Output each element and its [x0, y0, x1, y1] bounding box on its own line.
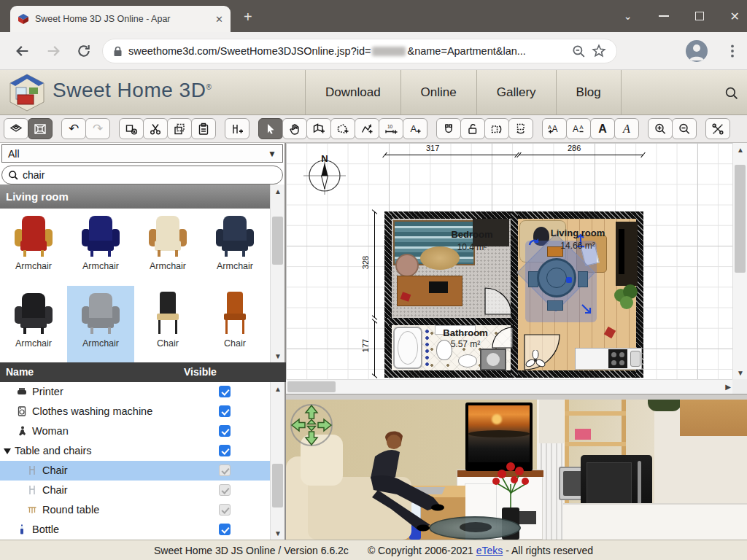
visible-checkbox[interactable]	[219, 504, 231, 516]
cut-button[interactable]	[143, 118, 168, 139]
plan-shower-curtain[interactable]	[424, 328, 431, 368]
visible-checkbox[interactable]	[219, 425, 231, 437]
selection-handle[interactable]	[566, 277, 572, 283]
plan-fan[interactable]	[525, 350, 546, 370]
furniture-list-header[interactable]: Name Visible	[0, 362, 286, 382]
tab-close-icon[interactable]: ✕	[215, 14, 223, 25]
catalog-item-armchair[interactable]: Armchair	[134, 209, 201, 285]
paste-button[interactable]	[191, 118, 216, 139]
scroll-up-icon[interactable]: ▲	[271, 382, 285, 395]
expand-triangle-icon[interactable]	[4, 448, 11, 454]
category-filter-select[interactable]: All ▼	[1, 144, 283, 163]
tab-search-chevron-icon[interactable]: ⌄	[624, 10, 632, 22]
wall[interactable]	[384, 318, 518, 325]
increase-text-size-button[interactable]: AA	[542, 118, 567, 139]
back-icon[interactable]	[15, 43, 31, 59]
catalog-item-armchair[interactable]: Armchair	[0, 286, 67, 362]
window-maximize-button[interactable]	[695, 12, 704, 20]
profile-avatar[interactable]	[686, 40, 708, 62]
scroll-up-icon[interactable]: ▲	[733, 143, 747, 156]
sweethome3d-logo[interactable]	[7, 73, 47, 112]
column-name[interactable]: Name	[6, 366, 34, 378]
plan-bathtub[interactable]	[393, 327, 422, 369]
catalog-item-armchair[interactable]: Armchair	[67, 209, 134, 285]
visible-checkbox[interactable]	[219, 464, 231, 476]
plan-hscroll-thumb[interactable]	[287, 381, 336, 392]
dimension-line[interactable]	[384, 155, 517, 155]
copy-button[interactable]	[167, 118, 192, 139]
add-furniture-button[interactable]	[225, 118, 249, 139]
nav-item-online[interactable]: Online	[401, 70, 477, 114]
add-text-button[interactable]: A	[403, 118, 427, 139]
dimension-line[interactable]	[519, 155, 643, 155]
browser-menu-icon[interactable]	[725, 44, 740, 58]
room-area-bathroom[interactable]: 5.57 m²	[433, 339, 498, 349]
redo-button[interactable]: ↷	[85, 118, 110, 139]
compass-icon[interactable]: N	[302, 153, 347, 198]
plan-laptop[interactable]	[429, 281, 448, 293]
dimension-label[interactable]: 328	[361, 256, 370, 269]
scroll-down-icon[interactable]: ▼	[271, 349, 285, 362]
scroll-right-icon[interactable]: ▶	[725, 383, 731, 391]
nav-item-gallery[interactable]: Gallery	[477, 70, 557, 114]
nav-item-download[interactable]: Download	[305, 70, 401, 114]
room-label-bedroom[interactable]: Bedroom	[439, 229, 505, 240]
plan-chair-bottom[interactable]	[547, 300, 563, 311]
magnetism-button[interactable]	[436, 118, 461, 139]
visible-checkbox[interactable]	[219, 484, 231, 496]
list-scroll-thumb[interactable]	[272, 464, 283, 508]
resize-indicator-icon[interactable]	[581, 303, 592, 315]
dimension-line[interactable]	[374, 321, 375, 376]
window-close-button[interactable]: ✕	[730, 9, 740, 23]
pan-tool-button[interactable]	[282, 118, 307, 139]
bookmark-star-icon[interactable]	[592, 44, 606, 58]
list-item-bottle[interactable]: Bottle	[0, 520, 270, 540]
flip-vertical-button[interactable]	[508, 118, 533, 139]
decrease-text-size-button[interactable]: AA	[566, 118, 591, 139]
create-polylines-button[interactable]	[355, 118, 379, 139]
nav-item-blog[interactable]: Blog	[557, 70, 622, 114]
select-tool-button[interactable]	[258, 118, 283, 139]
zoom-page-icon[interactable]	[571, 44, 586, 58]
list-item-woman[interactable]: Woman	[0, 421, 270, 441]
view-splitter[interactable]	[286, 394, 747, 400]
dimension-label[interactable]: 286	[568, 144, 581, 152]
plan-bedroom-chair[interactable]	[395, 254, 419, 277]
3d-view[interactable]	[286, 400, 747, 540]
plan-vertical-scrollbar[interactable]: ▲ ▼	[732, 143, 747, 379]
url-bar[interactable]: sweethome3d.com/SweetHome3DJSOnline.jsp?…	[102, 39, 617, 63]
visible-checkbox[interactable]	[219, 405, 231, 417]
plan-shower[interactable]	[480, 349, 506, 370]
list-item-printer[interactable]: Printer	[0, 382, 270, 402]
catalog-item-armchair[interactable]: Armchair	[201, 209, 268, 285]
catalog-item-chair[interactable]: Chair	[201, 286, 268, 362]
room-area-bedroom[interactable]: 10.4 m²	[439, 242, 505, 252]
site-search-icon[interactable]	[724, 86, 738, 100]
catalog-search-box[interactable]	[1, 166, 283, 184]
delete-button[interactable]	[119, 118, 144, 139]
dimension-line[interactable]	[374, 211, 375, 318]
list-item-washing-machine[interactable]: Clothes washing machine	[0, 402, 270, 421]
wall[interactable]	[384, 211, 392, 378]
browser-tab[interactable]: Sweet Home 3D JS Online - Apar ✕	[10, 6, 231, 32]
bold-button[interactable]: A	[590, 118, 615, 139]
plan-horizontal-scrollbar[interactable]: ▶	[286, 379, 732, 394]
dimension-label[interactable]: 317	[426, 144, 439, 152]
visible-checkbox[interactable]	[219, 445, 231, 456]
catalog-item-armchair[interactable]: Armchair	[0, 209, 67, 285]
create-dimensions-button[interactable]: 10	[379, 118, 403, 139]
list-scrollbar[interactable]: ▲ ▼	[270, 382, 285, 540]
column-visible[interactable]: Visible	[184, 366, 217, 378]
preferences-button[interactable]	[705, 118, 730, 139]
aerial-view-button[interactable]	[4, 118, 28, 139]
create-rooms-button[interactable]	[330, 118, 355, 139]
plan-plant[interactable]	[614, 284, 638, 309]
catalog-item-armchair-selected[interactable]: Armchair	[67, 286, 134, 362]
room-area-living-room[interactable]: 14.66 m²	[543, 241, 613, 251]
flip-horizontal-button[interactable]	[484, 118, 509, 139]
3d-navigation-pad[interactable]	[289, 402, 334, 448]
visible-checkbox[interactable]	[219, 386, 231, 397]
list-item-chair-selected[interactable]: Chair	[0, 461, 270, 481]
lock-base-plan-button[interactable]	[460, 118, 485, 139]
list-group-table-and-chairs[interactable]: Table and chairs	[0, 441, 270, 461]
